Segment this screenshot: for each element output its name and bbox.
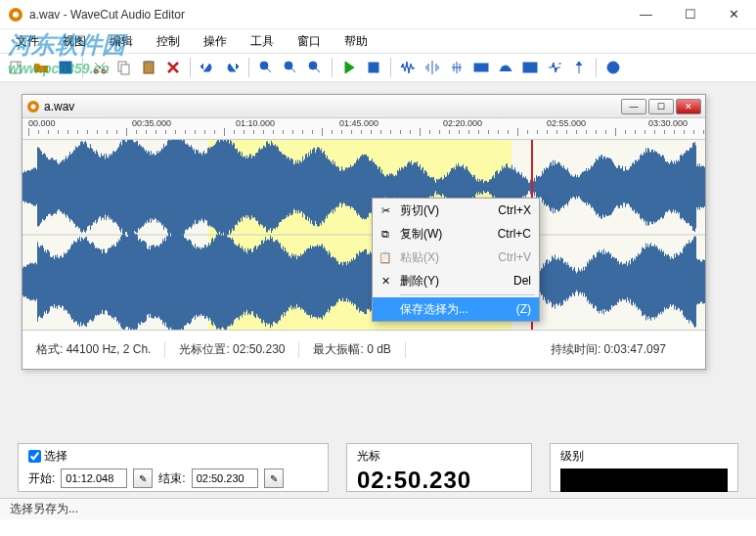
- svg-rect-957: [250, 248, 251, 314]
- undo-button[interactable]: [197, 57, 218, 78]
- waveform-area[interactable]: [22, 140, 705, 330]
- cm-paste[interactable]: 📋 粘贴(X) Ctrl+V: [373, 246, 539, 269]
- svg-rect-1301: [587, 262, 588, 302]
- new-button[interactable]: [6, 57, 27, 78]
- delete-button[interactable]: [162, 57, 184, 78]
- statusbar-text: 选择另存为...: [10, 501, 78, 517]
- svg-rect-72: [67, 157, 68, 216]
- svg-rect-1374: [658, 250, 659, 313]
- effect-8-button[interactable]: [568, 57, 590, 78]
- svg-rect-984: [277, 240, 278, 324]
- svg-rect-656: [639, 160, 640, 214]
- svg-rect-997: [289, 255, 290, 308]
- menu-operate[interactable]: 操作: [192, 31, 239, 52]
- svg-rect-1376: [660, 251, 661, 312]
- cm-copy[interactable]: ⧉ 复制(W) Ctrl+C: [373, 222, 539, 246]
- help-button[interactable]: ?: [602, 57, 624, 78]
- svg-rect-1312: [598, 252, 599, 311]
- zoom-out-button[interactable]: [304, 57, 326, 78]
- menu-file[interactable]: 文件: [4, 31, 51, 52]
- menu-control[interactable]: 控制: [145, 31, 192, 52]
- doc-maximize-button[interactable]: ☐: [648, 99, 674, 114]
- save-button[interactable]: [55, 57, 76, 78]
- effect-1-button[interactable]: [397, 57, 419, 78]
- svg-rect-836: [132, 235, 133, 329]
- start-input[interactable]: [61, 469, 127, 488]
- menu-tools[interactable]: 工具: [239, 31, 286, 52]
- zoom-button[interactable]: [280, 57, 301, 78]
- svg-rect-966: [259, 245, 260, 319]
- menu-window[interactable]: 窗口: [286, 31, 333, 52]
- doc-icon: [26, 100, 40, 113]
- svg-rect-806: [103, 249, 104, 315]
- svg-rect-8: [121, 65, 129, 74]
- effect-5-button[interactable]: [495, 57, 516, 78]
- start-goto-button[interactable]: ✎: [133, 469, 153, 488]
- svg-rect-114: [109, 155, 110, 219]
- svg-rect-749: [47, 249, 48, 314]
- svg-rect-284: [275, 145, 276, 230]
- doc-close-button[interactable]: ✕: [676, 99, 701, 114]
- zoom-in-button[interactable]: [255, 57, 277, 78]
- effect-2-button[interactable]: [422, 57, 443, 78]
- svg-rect-14: [369, 63, 378, 72]
- svg-rect-568: [553, 160, 554, 214]
- svg-rect-127: [121, 145, 122, 228]
- stop-button[interactable]: [363, 57, 384, 78]
- select-checkbox[interactable]: [28, 450, 41, 463]
- svg-rect-811: [108, 248, 109, 315]
- cm-save-selection-as[interactable]: 保存选择为... (Z): [373, 297, 539, 321]
- menu-help[interactable]: 帮助: [333, 31, 379, 52]
- doc-titlebar[interactable]: a.wav — ☐ ✕: [22, 95, 705, 118]
- svg-rect-1009: [301, 255, 302, 308]
- svg-rect-241: [233, 143, 234, 231]
- svg-rect-218: [210, 147, 211, 227]
- close-button[interactable]: ✕: [712, 1, 756, 28]
- svg-rect-508: [494, 178, 495, 196]
- svg-rect-1079: [370, 251, 371, 312]
- minimize-button[interactable]: —: [624, 1, 668, 28]
- svg-rect-165: [158, 151, 159, 222]
- open-button[interactable]: [30, 57, 52, 78]
- svg-rect-71: [67, 159, 67, 215]
- effect-3-button[interactable]: [446, 57, 467, 78]
- svg-rect-109: [104, 154, 105, 219]
- svg-rect-990: [283, 246, 284, 318]
- svg-rect-644: [627, 170, 628, 203]
- svg-rect-1270: [556, 260, 557, 304]
- menu-edit[interactable]: 编辑: [98, 31, 145, 52]
- svg-rect-1329: [614, 258, 615, 306]
- cm-cut[interactable]: ✂ 剪切(V) Ctrl+X: [373, 199, 539, 222]
- svg-rect-761: [59, 258, 60, 305]
- svg-rect-1405: [689, 241, 689, 324]
- cm-delete[interactable]: ✕ 删除(Y) Del: [373, 269, 539, 292]
- maximize-button[interactable]: ☐: [668, 1, 712, 28]
- play-button[interactable]: [338, 57, 360, 78]
- svg-rect-122: [116, 150, 117, 223]
- svg-rect-838: [134, 233, 135, 330]
- paste-button[interactable]: [138, 57, 159, 78]
- svg-rect-788: [85, 238, 86, 327]
- time-ruler[interactable]: 00.000 00:35.000 01:10.000 01:45.000 02:…: [22, 118, 705, 140]
- effect-4-button[interactable]: [470, 57, 492, 78]
- doc-minimize-button[interactable]: —: [621, 99, 646, 114]
- effect-7-button[interactable]: [544, 57, 565, 78]
- svg-rect-396: [384, 176, 385, 198]
- svg-rect-1408: [691, 241, 692, 323]
- svg-rect-926: [220, 234, 221, 330]
- svg-rect-835: [131, 233, 132, 330]
- svg-rect-341: [331, 161, 332, 212]
- svg-rect-295: [286, 156, 287, 217]
- end-goto-button[interactable]: ✎: [264, 469, 284, 488]
- svg-rect-291: [282, 154, 283, 219]
- end-input[interactable]: [192, 469, 258, 488]
- cut-button[interactable]: [89, 57, 111, 78]
- effect-6-button[interactable]: [519, 57, 541, 78]
- svg-rect-248: [240, 152, 241, 222]
- svg-rect-729: [27, 265, 28, 299]
- redo-button[interactable]: [221, 57, 243, 78]
- svg-rect-712: [693, 143, 694, 231]
- copy-button[interactable]: [113, 57, 135, 78]
- menu-view[interactable]: 视图: [51, 31, 98, 52]
- select-checkbox-label[interactable]: 选择: [28, 448, 318, 465]
